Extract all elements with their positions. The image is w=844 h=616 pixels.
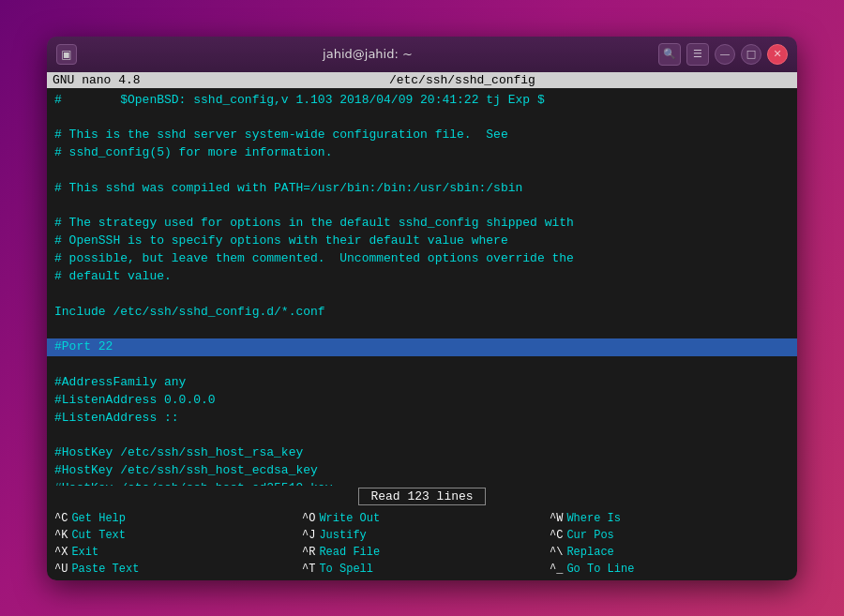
shortcut-key-c: ^C	[54, 512, 68, 525]
maximize-icon: □	[746, 48, 756, 60]
titlebar-controls: 🔍 ☰ — □ ✕	[658, 43, 788, 66]
shortcut-label-cur-pos: Cur Pos	[566, 529, 613, 542]
close-button[interactable]: ✕	[767, 44, 788, 65]
shortcut-label-go-to-line: Go To Line	[566, 563, 634, 576]
shortcut-label-justify: Justify	[319, 529, 366, 542]
shortcut-where-is: ^W Where Is	[546, 511, 793, 526]
terminal-window: ▣ jahid@jahid: ~ 🔍 ☰ — □ ✕ GNU nano 4	[47, 37, 797, 580]
shortcut-label-to-spell: To Spell	[319, 563, 373, 576]
maximize-button[interactable]: □	[741, 44, 761, 65]
shortcut-key-c2: ^C	[550, 529, 563, 542]
terminal-icon: ▣	[56, 44, 77, 65]
shortcut-cur-pos: ^C Cur Pos	[546, 528, 793, 543]
close-icon: ✕	[773, 48, 781, 60]
minimize-button[interactable]: —	[715, 44, 735, 65]
shortcut-key-w: ^W	[550, 512, 563, 525]
shortcut-label-cut-text: Cut Text	[71, 529, 126, 542]
shortcut-paste-text: ^U Paste Text	[51, 562, 298, 577]
titlebar-left: ▣	[56, 44, 77, 65]
nano-filename: /etc/ssh/sshd_config	[389, 73, 535, 87]
terminal-content[interactable]: GNU nano 4.8 /etc/ssh/sshd_config # $Ope…	[47, 72, 797, 580]
search-button[interactable]: 🔍	[658, 43, 681, 66]
shortcut-key-u: ^U	[54, 563, 68, 576]
nano-editor[interactable]: # $OpenBSD: sshd_config,v 1.103 2018/04/…	[47, 88, 797, 486]
menu-icon: ☰	[693, 48, 702, 60]
shortcut-key-backslash: ^\	[550, 546, 563, 559]
shortcut-key-j: ^J	[302, 529, 315, 542]
menu-button[interactable]: ☰	[686, 43, 709, 66]
minimize-icon: —	[720, 48, 731, 60]
shortcut-label-replace: Replace	[566, 546, 613, 559]
shortcut-key-o: ^O	[302, 512, 315, 525]
shortcut-exit: ^X Exit	[51, 545, 298, 560]
nano-version: GNU nano 4.8	[53, 73, 141, 87]
titlebar: ▣ jahid@jahid: ~ 🔍 ☰ — □ ✕	[47, 37, 797, 72]
shortcut-key-underscore: ^_	[550, 563, 563, 576]
highlighted-line: #Port 22	[47, 338, 797, 356]
window-title: jahid@jahid: ~	[77, 47, 658, 61]
shortcut-label-write-out: Write Out	[319, 512, 380, 525]
shortcut-to-spell: ^T To Spell	[298, 562, 546, 577]
shortcut-get-help: ^C Get Help	[51, 511, 298, 526]
shortcut-key-x: ^X	[54, 546, 68, 559]
status-bar: Read 123 lines	[47, 486, 797, 507]
shortcut-label-exit: Exit	[71, 546, 98, 559]
shortcut-go-to-line: ^_ Go To Line	[546, 562, 793, 577]
shortcut-key-r: ^R	[302, 546, 315, 559]
shortcut-write-out: ^O Write Out	[298, 511, 546, 526]
shortcut-read-file: ^R Read File	[298, 545, 546, 560]
shortcut-cut-text: ^K Cut Text	[51, 528, 298, 543]
nano-shortcuts: ^C Get Help ^O Write Out ^W Where Is ^K …	[47, 507, 797, 580]
search-icon: 🔍	[663, 48, 676, 60]
shortcut-key-t: ^T	[302, 563, 315, 576]
shortcut-key-k: ^K	[54, 529, 68, 542]
shortcut-justify: ^J Justify	[298, 528, 546, 543]
shortcut-label-where-is: Where Is	[566, 512, 621, 525]
shortcut-label-paste-text: Paste Text	[71, 563, 139, 576]
status-message: Read 123 lines	[358, 488, 485, 505]
shortcut-replace: ^\ Replace	[546, 545, 793, 560]
nano-header: GNU nano 4.8 /etc/ssh/sshd_config	[47, 72, 797, 88]
shortcut-label-read-file: Read File	[319, 546, 380, 559]
shortcut-label-get-help: Get Help	[71, 512, 126, 525]
